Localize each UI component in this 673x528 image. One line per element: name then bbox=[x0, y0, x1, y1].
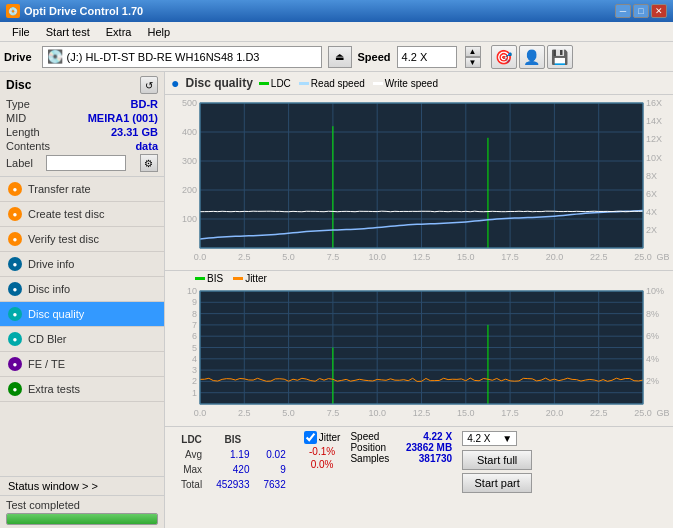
speed-up-button[interactable]: ▲ bbox=[465, 46, 481, 57]
length-value: 23.31 GB bbox=[111, 126, 158, 138]
drive-icon: 💽 bbox=[47, 49, 63, 64]
type-label: Type bbox=[6, 98, 30, 110]
bottom-chart bbox=[165, 286, 673, 426]
max-ldc: 420 bbox=[210, 463, 255, 476]
sidebar-item-verify-test-disc[interactable]: ● Verify test disc bbox=[0, 227, 164, 252]
sidebar-item-label: Transfer rate bbox=[28, 183, 91, 195]
start-part-button[interactable]: Start part bbox=[462, 473, 532, 493]
sidebar-item-transfer-rate[interactable]: ● Transfer rate bbox=[0, 177, 164, 202]
sidebar-item-drive-info[interactable]: ● Drive info bbox=[0, 252, 164, 277]
eject-button[interactable]: ⏏ bbox=[328, 46, 352, 68]
write-speed-legend: Write speed bbox=[373, 78, 438, 89]
bis-legend-label: BIS bbox=[207, 273, 223, 284]
test-completed-label: Test completed bbox=[6, 499, 80, 511]
extra-tests-icon: ● bbox=[8, 382, 22, 396]
total-ldc: 452933 bbox=[210, 478, 255, 491]
start-buttons: Start full Start part bbox=[462, 450, 532, 493]
sidebar-item-disc-quality[interactable]: ● Disc quality bbox=[0, 302, 164, 327]
read-legend-dot bbox=[299, 82, 309, 85]
menubar: File Start test Extra Help bbox=[0, 22, 673, 42]
sidebar-item-disc-info[interactable]: ● Disc info bbox=[0, 277, 164, 302]
window-controls[interactable]: ─ □ ✕ bbox=[615, 4, 667, 18]
jitter-legend-label: Jitter bbox=[245, 273, 267, 284]
create-test-disc-icon: ● bbox=[8, 207, 22, 221]
length-label: Length bbox=[6, 126, 40, 138]
mid-label: MID bbox=[6, 112, 26, 124]
sidebar-item-label: Disc quality bbox=[28, 308, 84, 320]
samples-value: 381730 bbox=[419, 453, 452, 464]
sidebar: Disc ↺ Type BD-R MID MEIRA1 (001) Length… bbox=[0, 72, 165, 528]
chart-icon: ● bbox=[171, 75, 179, 91]
jitter-checkbox[interactable] bbox=[304, 431, 317, 444]
sidebar-item-create-test-disc[interactable]: ● Create test disc bbox=[0, 202, 164, 227]
status-bar-section: Status window > > Test completed bbox=[0, 476, 164, 528]
label-input[interactable] bbox=[46, 155, 126, 171]
jitter-checkbox-row[interactable]: Jitter bbox=[304, 431, 341, 444]
speed-down-button[interactable]: ▼ bbox=[465, 57, 481, 68]
chart-header: ● Disc quality LDC Read speed Write spee… bbox=[165, 72, 673, 95]
position-value: 23862 MB bbox=[406, 442, 452, 453]
drive-select[interactable]: 💽 (J:) HL-DT-ST BD-RE WH16NS48 1.D3 bbox=[42, 46, 322, 68]
main-content: Disc ↺ Type BD-R MID MEIRA1 (001) Length… bbox=[0, 72, 673, 528]
speed-value: 4.2 X bbox=[402, 51, 428, 63]
profile-button[interactable]: 👤 bbox=[519, 45, 545, 69]
menu-extra[interactable]: Extra bbox=[98, 25, 140, 39]
chart-title: Disc quality bbox=[185, 76, 252, 90]
status-window-button[interactable]: Status window > > bbox=[0, 477, 164, 496]
write-legend-label: Write speed bbox=[385, 78, 438, 89]
sidebar-item-extra-tests[interactable]: ● Extra tests bbox=[0, 377, 164, 402]
titlebar: 💿 Opti Drive Control 1.70 ─ □ ✕ bbox=[0, 0, 673, 22]
speed-select-value: 4.2 X bbox=[467, 433, 490, 444]
jitter-section: Jitter -0.1% 0.0% bbox=[304, 431, 341, 470]
speed-select[interactable]: 4.2 X bbox=[397, 46, 457, 68]
ldc-legend: LDC bbox=[259, 78, 291, 89]
minimize-button[interactable]: ─ bbox=[615, 4, 631, 18]
sidebar-item-fe-te[interactable]: ● FE / TE bbox=[0, 352, 164, 377]
total-bis: 7632 bbox=[258, 478, 292, 491]
menu-help[interactable]: Help bbox=[139, 25, 178, 39]
cd-bler-icon: ● bbox=[8, 332, 22, 346]
test-completed-section: Test completed bbox=[0, 496, 164, 528]
jitter-label: Jitter bbox=[319, 432, 341, 443]
disc-refresh-button[interactable]: ↺ bbox=[140, 76, 158, 94]
speed-arrows[interactable]: ▲ ▼ bbox=[465, 46, 481, 68]
jitter-legend-dot bbox=[233, 277, 243, 280]
stats-col-bis: BIS bbox=[210, 433, 255, 446]
stats-table: LDC BIS Avg 1.19 0.02 Max 420 9 Total bbox=[173, 431, 294, 493]
verify-test-disc-icon: ● bbox=[8, 232, 22, 246]
label-label: Label bbox=[6, 157, 33, 169]
jitter-legend: Jitter bbox=[233, 273, 267, 284]
menu-file[interactable]: File bbox=[4, 25, 38, 39]
sidebar-item-label: Verify test disc bbox=[28, 233, 99, 245]
max-bis: 9 bbox=[258, 463, 292, 476]
save-button[interactable]: 💾 bbox=[547, 45, 573, 69]
type-value: BD-R bbox=[131, 98, 159, 110]
contents-label: Contents bbox=[6, 140, 50, 152]
drivebar: Drive 💽 (J:) HL-DT-ST BD-RE WH16NS48 1.D… bbox=[0, 42, 673, 72]
disc-quality-icon: ● bbox=[8, 307, 22, 321]
start-full-button[interactable]: Start full bbox=[462, 450, 532, 470]
bottom-chart-header: BIS Jitter bbox=[165, 270, 673, 286]
disc-title: Disc bbox=[6, 78, 31, 92]
control-section: 4.2 X ▼ Start full Start part bbox=[462, 431, 532, 493]
menu-start-test[interactable]: Start test bbox=[38, 25, 98, 39]
sidebar-menu: ● Transfer rate ● Create test disc ● Ver… bbox=[0, 177, 164, 476]
sidebar-item-label: CD Bler bbox=[28, 333, 67, 345]
progress-bar-fill bbox=[7, 514, 157, 524]
progress-bar-container bbox=[6, 513, 158, 525]
maximize-button[interactable]: □ bbox=[633, 4, 649, 18]
label-button[interactable]: ⚙ bbox=[140, 154, 158, 172]
speed-select-arrow: ▼ bbox=[502, 433, 512, 444]
favorite-button[interactable]: 🎯 bbox=[491, 45, 517, 69]
mid-value: MEIRA1 (001) bbox=[88, 112, 158, 124]
sidebar-item-cd-bler[interactable]: ● CD Bler bbox=[0, 327, 164, 352]
avg-jitter: -0.1% bbox=[309, 446, 335, 457]
close-button[interactable]: ✕ bbox=[651, 4, 667, 18]
speed-stat-label: Speed bbox=[350, 431, 379, 442]
write-legend-dot bbox=[373, 82, 383, 85]
max-jitter: 0.0% bbox=[311, 459, 334, 470]
stats-area: LDC BIS Avg 1.19 0.02 Max 420 9 Total bbox=[165, 426, 673, 497]
app-title: Opti Drive Control 1.70 bbox=[24, 5, 143, 17]
speed-select-right[interactable]: 4.2 X ▼ bbox=[462, 431, 517, 446]
titlebar-left: 💿 Opti Drive Control 1.70 bbox=[6, 4, 143, 18]
